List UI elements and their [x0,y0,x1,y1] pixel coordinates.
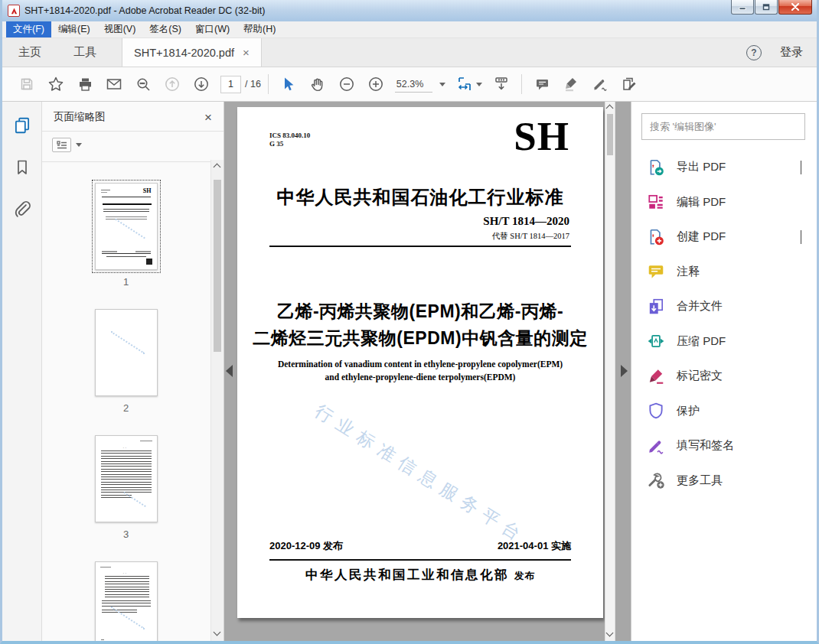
thumbnail-number: 1 [123,276,129,288]
tool-create-pdf[interactable]: 创建 PDF [641,220,805,255]
tool-fill-sign[interactable]: 填写和签名 [641,428,805,463]
tool-label: 创建 PDF [677,229,726,244]
tab-document-label: SHT+1814-2020.pdf [134,47,234,59]
tools-panel: 导出 PDF 编辑 PDF 创建 PDF 注释 [631,102,817,641]
select-tool-icon[interactable] [274,70,303,99]
header-rule [269,246,571,247]
doc-title-zh-line1: 乙烯-丙烯共聚物(EPM)和乙烯-丙烯- [245,300,595,324]
chevron-down-icon[interactable] [801,161,801,174]
zoom-level-combo[interactable]: 52.3% [395,76,445,93]
comment-icon[interactable] [527,70,556,99]
email-icon[interactable] [100,70,129,99]
edit-pdf-icon [647,193,665,211]
zoom-in-icon[interactable] [361,70,390,99]
chevron-down-icon[interactable] [439,83,445,86]
window-title: SHT+1814-2020.pdf - Adobe Acrobat Reader… [24,5,265,16]
minimize-button[interactable] [731,0,754,15]
search-icon[interactable] [129,70,158,99]
help-icon[interactable]: ? [746,45,762,60]
tool-protect[interactable]: 保护 [641,394,805,429]
page-total-label: / 16 [245,79,261,89]
thumbnails-panel: 页面缩略图 × SH [42,102,224,641]
title-bar: SHT+1814-2020.pdf - Adobe Acrobat Reader… [2,0,817,21]
thumbnail-page-4[interactable]: · · 4 [95,561,158,641]
scroll-up-icon[interactable] [214,164,221,171]
fit-width-icon[interactable] [450,70,479,99]
document-area: ICS 83.040.10 G 35 SH 中华人民共和国石油化工行业标准 SH… [224,102,631,641]
page-down-icon[interactable] [187,70,216,99]
scrollbar-thumb[interactable] [214,180,221,352]
thumbnail-page-1[interactable]: SH 1 [95,183,158,288]
scrollbar-thumb[interactable] [607,114,613,155]
scroll-down-icon[interactable] [606,629,614,637]
tab-close-icon[interactable]: × [243,47,250,58]
tool-label: 标记密文 [677,369,723,383]
toolbar: / 16 52.3% [2,67,817,102]
standard-name: 中华人民共和国石油化工行业标准 [263,185,577,210]
tool-combine-files[interactable]: 合并文件 [641,289,805,324]
more-tools-icon [647,471,665,490]
tool-more-tools[interactable]: 更多工具 [641,463,805,499]
edit-tools-icon[interactable] [615,70,644,99]
next-page-arrow[interactable] [621,365,628,377]
protect-icon [647,402,665,420]
ics-code: ICS 83.040.10 [269,132,310,140]
tool-label: 填写和签名 [677,438,734,453]
document-scrollbar[interactable] [605,102,615,641]
zoom-out-icon[interactable] [332,70,361,99]
tool-label: 编辑 PDF [677,195,726,210]
panel-scrollbar[interactable] [210,160,224,641]
menu-bar: 文件(F) 编辑(E) 视图(V) 签名(S) 窗口(W) 帮助(H) [2,21,817,38]
thumbnail-page-2[interactable]: 2 [95,309,158,414]
attachments-icon[interactable] [12,200,32,223]
tool-comment[interactable]: 注释 [641,255,805,290]
window-controls [730,0,812,15]
page-number-input[interactable] [220,76,241,93]
thumbnail-options-button[interactable] [52,138,71,152]
menu-sign[interactable]: 签名(S) [142,21,188,37]
menu-window[interactable]: 窗口(W) [188,21,237,37]
thumbnail-number: 3 [123,529,129,540]
tool-export-pdf[interactable]: 导出 PDF [641,150,805,185]
release-date: 2020-12-09 发布 [269,539,343,553]
tab-tools[interactable]: 工具 [57,38,113,67]
close-button[interactable] [778,0,812,15]
scroll-down-icon[interactable] [214,629,221,636]
tab-home[interactable]: 主页 [2,38,57,67]
page-thumbnails-icon[interactable] [12,115,32,138]
thumbnail-page-3[interactable]: · · 3 [95,435,158,540]
redact-icon [647,367,665,385]
chevron-down-icon[interactable] [76,143,82,147]
zoom-level-value: 52.3% [395,76,432,93]
menu-help[interactable]: 帮助(H) [237,21,282,37]
highlight-icon[interactable] [556,70,586,99]
scroll-up-icon[interactable] [606,105,614,112]
menu-file[interactable]: 文件(F) [6,21,51,37]
previous-page-arrow[interactable] [226,365,233,377]
tab-document[interactable]: SHT+1814-2020.pdf × [122,38,262,67]
tool-redact[interactable]: 标记密文 [641,359,805,394]
export-pdf-icon [647,158,665,177]
fill-sign-icon[interactable] [586,70,615,99]
restore-button[interactable] [755,0,778,15]
hand-tool-icon[interactable] [303,70,332,99]
issuer-action: 发布 [514,571,535,581]
scroll-mode-icon[interactable] [487,70,516,99]
menu-view[interactable]: 视图(V) [97,21,143,37]
chevron-down-icon[interactable] [801,230,801,243]
page-up-icon[interactable] [158,70,187,99]
sign-in-button[interactable]: 登录 [780,45,803,60]
tools-search-input[interactable] [650,121,797,132]
panel-title: 页面缩略图 [54,110,106,124]
favorites-star-icon[interactable] [41,70,70,99]
print-icon[interactable] [70,70,100,99]
implement-date: 2021-04-01 实施 [498,539,571,553]
menu-edit[interactable]: 编辑(E) [51,21,97,37]
tool-compress-pdf[interactable]: 压缩 PDF [641,324,805,359]
save-icon[interactable] [12,70,41,99]
fit-width-chevron-icon[interactable] [476,83,482,86]
tools-search-box[interactable] [641,113,805,140]
tool-edit-pdf[interactable]: 编辑 PDF [641,185,805,220]
bookmarks-icon[interactable] [13,158,31,180]
panel-close-icon[interactable]: × [204,111,212,124]
